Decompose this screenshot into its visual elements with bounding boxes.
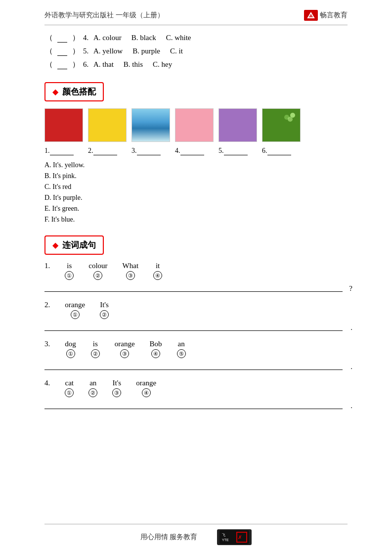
- word-1-2: colour ②: [88, 262, 107, 280]
- answer-b: B. It's pink.: [44, 172, 348, 180]
- mc4-opt-c: C. white: [166, 34, 191, 42]
- mc5-opt-b: B. purple: [132, 47, 160, 55]
- sentence-2-number: 2.: [44, 301, 50, 309]
- sentence-1-number: 1.: [44, 262, 50, 270]
- word-3-5: an ⑤: [177, 340, 186, 358]
- footer: 用心用情 服务教育 飞 YTE ✗: [44, 524, 348, 545]
- word-1-3: What ③: [123, 262, 138, 280]
- mc4-opt-a: A. colour: [93, 34, 122, 42]
- word-2-2: It's ②: [100, 301, 109, 319]
- mc-questions: （ ） 4. A. colour B. black C. white （ ） 5…: [44, 33, 348, 69]
- word-1-1: is ①: [65, 262, 74, 280]
- sentence-2: 2. orange ① It's ② .: [44, 301, 348, 331]
- section1-header: ◆ 颜色搭配: [44, 82, 104, 101]
- sentence-4: 4. cat ① an ② It's ③ orange ④ .: [44, 379, 348, 409]
- sentence-4-words: 4. cat ① an ② It's ③ orange ④: [44, 379, 348, 397]
- sentence-3-line: .: [44, 360, 348, 370]
- num-item-1: 1.: [44, 147, 88, 155]
- sentence-1-words: 1. is ① colour ② What ③ it ④: [44, 262, 348, 280]
- answer-f: F. It's blue.: [44, 216, 348, 224]
- color-box-pink: [175, 108, 214, 142]
- number-blanks-row: 1. 2. 3. 4. 5. 6.: [44, 147, 348, 155]
- sentence-1: 1. is ① colour ② What ③ it ④ ?: [44, 262, 348, 292]
- section1-title: 颜色搭配: [62, 86, 96, 97]
- mc-row-5: （ ） 5. A. yellow B. purple C. it: [44, 46, 348, 56]
- answer-d: D. It's purple.: [44, 194, 348, 202]
- sentence-1-line: ?: [44, 282, 348, 292]
- header-title: 外语教学与研究出版社 一年级（上册）: [44, 11, 164, 20]
- mc6-opt-a: A. that: [93, 60, 114, 69]
- word-1-4: it ④: [153, 262, 162, 280]
- svg-text:YTE: YTE: [222, 538, 229, 542]
- answer-c: C. It's red: [44, 183, 348, 191]
- num-item-3: 3.: [131, 147, 175, 155]
- section2-title: 连词成句: [62, 239, 96, 251]
- num-item-2: 2.: [88, 147, 131, 155]
- mc4-opt-b: B. black: [131, 34, 156, 42]
- sentence-4-number: 4.: [44, 379, 50, 387]
- word-4-3: It's ③: [112, 379, 121, 397]
- footer-text: 用心用情 服务教育: [140, 533, 198, 542]
- header-logo: 畅言教育: [304, 10, 348, 21]
- num-item-6: 6.: [262, 147, 305, 155]
- color-images: [44, 108, 348, 142]
- mc5-opt-a: A. yellow: [93, 47, 123, 55]
- word-3-4: Bob ④: [150, 340, 162, 358]
- mc6-opt-b: B. this: [124, 60, 143, 69]
- mc5-opt-c: C. it: [170, 47, 183, 55]
- answer-options: A. It's. yellow. B. It's pink. C. It's r…: [44, 161, 348, 224]
- logo-icon: [304, 10, 318, 21]
- mc-row-6: （ ） 6. A. that B. this C. hey: [44, 60, 348, 69]
- color-box-blue-sky: [131, 108, 170, 142]
- logo-text: 畅言教育: [320, 11, 348, 20]
- color-box-purple: [218, 108, 257, 142]
- sentence-3-number: 3.: [44, 340, 50, 348]
- color-box-green: [262, 108, 301, 142]
- sentence-3-words: 3. dog ① is ② orange ③ Bob ④ an ⑤: [44, 340, 348, 358]
- answer-a: A. It's. yellow.: [44, 161, 348, 169]
- word-4-1: cat ①: [65, 379, 74, 397]
- answer-e: E. It's green.: [44, 205, 348, 213]
- word-4-4: orange ④: [136, 379, 156, 397]
- mc6-opt-c: C. hey: [153, 60, 172, 69]
- footer-logo: 飞 YTE ✗: [217, 529, 252, 545]
- section2-diamond: ◆: [52, 240, 58, 250]
- word-4-2: an ②: [88, 379, 97, 397]
- section2-header: ◆ 连词成句: [44, 235, 104, 255]
- word-3-3: orange ③: [115, 340, 135, 358]
- word-3-1: dog ①: [65, 340, 76, 358]
- page: 外语教学与研究出版社 一年级（上册） 畅言教育 （ ） 4. A. colour…: [0, 0, 392, 555]
- word-3-2: is ②: [91, 340, 100, 358]
- section1-diamond: ◆: [52, 87, 58, 96]
- sentence-2-words: 2. orange ① It's ②: [44, 301, 348, 319]
- num-item-5: 5.: [218, 147, 262, 155]
- mc-row-4: （ ） 4. A. colour B. black C. white: [44, 33, 348, 43]
- sentence-2-line: .: [44, 321, 348, 331]
- num-item-4: 4.: [175, 147, 218, 155]
- sentence-3: 3. dog ① is ② orange ③ Bob ④ an ⑤: [44, 340, 348, 370]
- svg-text:✗: ✗: [238, 535, 242, 540]
- sentence-4-line: .: [44, 399, 348, 409]
- word-2-1: orange ①: [65, 301, 85, 319]
- header: 外语教学与研究出版社 一年级（上册） 畅言教育: [44, 10, 348, 25]
- color-box-red: [44, 108, 83, 142]
- svg-text:飞: 飞: [222, 533, 225, 537]
- color-box-yellow: [88, 108, 127, 142]
